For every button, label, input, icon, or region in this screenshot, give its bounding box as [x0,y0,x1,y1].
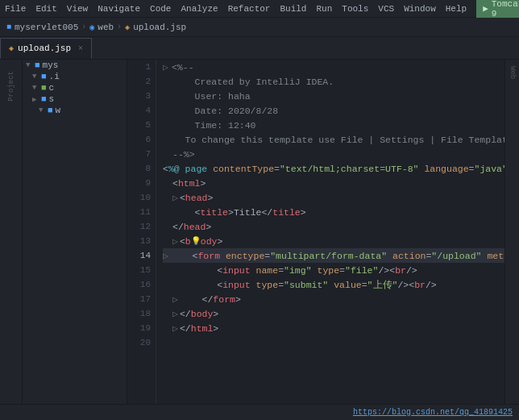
line-num-10: 10 [127,190,156,205]
line-num-13: 13 [127,234,156,248]
line-num-19: 19 [127,321,156,335]
side-tab-web[interactable]: Web [507,60,518,85]
line-num-9: 9 [127,176,156,190]
tree-label: .i [49,72,60,81]
fold-icon-1: ▷ [163,61,168,73]
code-line-8: <%@ page contentType="text/html;charset=… [163,161,504,176]
code-text: --%> [172,149,195,160]
line-num-18: 18 [127,306,156,321]
menu-vcs[interactable]: VCS [378,4,394,14]
code-line-4: Date: 2020/8/28 [163,103,504,118]
line-numbers: 1 2 3 4 5 6 7 8 9 10 11 12 13 14 15 16 1… [127,60,156,404]
fold-icon-18: ▷ [172,308,178,319]
sidebar-icons: Project [0,60,23,404]
line-num-8: 8 [127,161,156,176]
code-text: Time: 12:40 [172,120,256,131]
code-text: Date: 2020/8/28 [172,106,278,116]
tree-label: w [56,106,61,115]
menu-build[interactable]: Build [280,4,306,14]
menu-tools[interactable]: Tools [342,4,368,14]
status-bar: https://blog.csdn.net/qq_41891425 [0,404,519,420]
line-num-17: 17 [127,292,156,306]
code-line-20 [163,335,504,350]
code-line-14: ▷ <form enctype="multipart/form-data" ac… [163,248,504,263]
code-line-3: User: haha [163,89,504,103]
code-line-12: </head> [163,219,504,234]
fold-icon-17: ▷ [172,293,178,305]
code-line-6: To change this template use File | Setti… [163,132,504,147]
code-line-16: <input type="submit" value="上传"/><br/> [163,277,504,292]
code-line-7: --%> [163,147,504,161]
code-line-18: ▷ </body> [163,306,504,321]
tree-item-myservlet[interactable]: ▼ ■ mys [23,60,127,71]
path-file[interactable]: upload.jsp [133,23,186,32]
tomcat-label: Tomcat 9 [492,0,519,19]
menu-help[interactable]: Help [446,4,467,14]
path-project-icon: ■ [6,23,11,31]
line-num-3: 3 [127,89,156,103]
tree-item-s[interactable]: ▶ ■ s [23,94,127,105]
tab-label: upload.jsp [18,44,71,53]
line-num-5: 5 [127,118,156,132]
side-tabs: Web [504,60,519,404]
code-content[interactable]: ▷ <%-- Created by IntelliJ IDEA. User: h… [156,60,504,404]
tab-file-icon: ◈ [9,44,14,53]
tree-arrow: ▼ [26,61,32,69]
menu-file[interactable]: File [5,4,26,14]
main-content: Project ▼ ■ mys ▼ ■ .i ▼ ■ c ▶ ■ s ▼ ■ w [0,60,519,404]
tab-upload-jsp[interactable]: ◈ upload.jsp × [0,38,92,59]
code-line-10: ▷ <head> [163,190,504,205]
tree-item-c[interactable]: ▼ ■ c [23,82,127,94]
menu-edit[interactable]: Edit [35,4,56,14]
menu-run[interactable]: Run [316,4,332,14]
menu-navigate[interactable]: Navigate [98,4,140,14]
fold-icon-10: ▷ [172,192,178,203]
line-num-14: 14 [127,248,156,263]
fold-icon-14: ▷ [163,250,168,261]
fold-icon-13: ▷ [172,235,178,247]
code-text: User: haha [172,91,251,102]
line-num-2: 2 [127,74,156,89]
tree-folder-icon: ■ [41,72,47,81]
menu-bar: File Edit View Navigate Code Analyze Ref… [0,0,519,18]
line-num-16: 16 [127,277,156,292]
code-text: Created by IntelliJ IDEA. [172,77,334,87]
tree-folder-icon: ■ [35,60,40,70]
path-arrow-2: › [117,23,122,31]
line-num-20: 20 [127,335,156,350]
line-num-6: 6 [127,132,156,147]
menu-window[interactable]: Window [404,4,436,14]
status-url[interactable]: https://blog.csdn.net/qq_41891425 [353,408,513,417]
tree-arrow: ▼ [32,73,39,81]
tree-item-w[interactable]: ▼ ■ w [23,105,127,116]
tomcat-button[interactable]: ▶ Tomcat 9 [476,0,519,20]
line-num-4: 4 [127,103,156,118]
tree-item-intellij[interactable]: ▼ ■ .i [23,71,127,82]
path-project[interactable]: myservlet005 [15,23,78,32]
line-num-12: 12 [127,219,156,234]
menu-analyze[interactable]: Analyze [181,4,218,14]
path-folder[interactable]: web [98,23,114,32]
tree-label: c [49,83,55,93]
menu-refactor[interactable]: Refactor [228,4,271,14]
tree-arrow: ▶ [32,95,39,104]
tree-arrow: ▼ [39,106,45,114]
bulb-icon: 💡 [191,236,201,246]
code-editor[interactable]: 1 2 3 4 5 6 7 8 9 10 11 12 13 14 15 16 1… [127,60,504,404]
tree-folder-icon: ■ [41,94,47,104]
sidebar-project-label[interactable]: Project [7,71,15,102]
tab-close-button[interactable]: × [78,44,83,53]
path-bar: ■ myservlet005 › ◉ web › ◈ upload.jsp [0,18,519,37]
tree-label: s [49,94,55,104]
code-line-1: ▷ <%-- [163,60,504,74]
code-text: To change this template use File | Setti… [163,135,504,145]
line-num-15: 15 [127,263,156,277]
tree-folder-icon: ■ [48,106,53,115]
menu-code[interactable]: Code [150,4,171,14]
code-line-17: ▷ </form> [163,292,504,306]
project-panel: ▼ ■ mys ▼ ■ .i ▼ ■ c ▶ ■ s ▼ ■ w [23,60,127,404]
path-file-icon: ◈ [125,23,130,32]
menu-view[interactable]: View [67,4,88,14]
code-text: <%-- [172,62,194,73]
code-line-11: <title>Title</title> [163,205,504,219]
